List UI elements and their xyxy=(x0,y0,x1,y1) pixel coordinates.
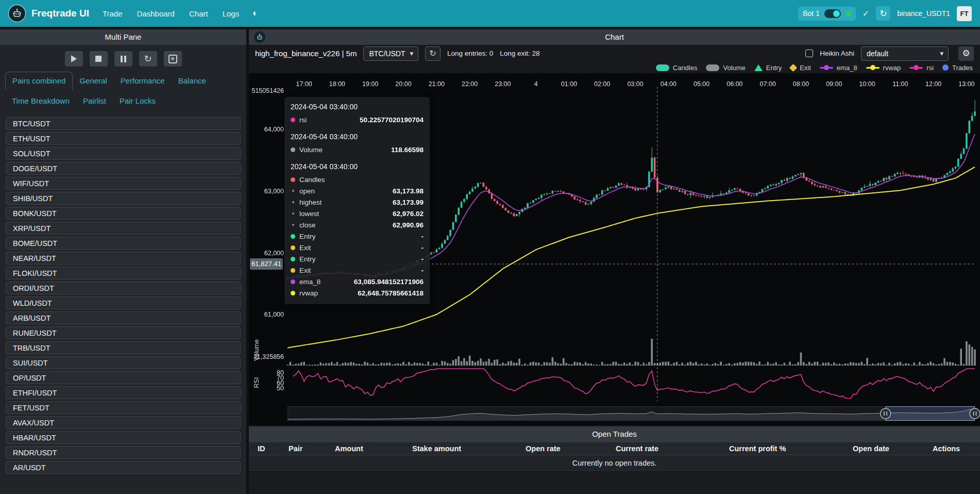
column-header-actions: Actions xyxy=(933,444,980,453)
stop-button[interactable] xyxy=(90,51,108,67)
brand[interactable]: Freqtrade UI xyxy=(8,5,89,22)
nav-link-trade[interactable]: Trade xyxy=(103,9,123,18)
tooltip-value: - xyxy=(421,244,424,252)
legend-label: Candles xyxy=(673,64,698,72)
legend-item-ema_8[interactable]: ema_8 xyxy=(820,64,857,72)
pair-item-ordi-usdt[interactable]: ORDI/USDT xyxy=(6,282,241,294)
pause-button[interactable] xyxy=(114,51,132,67)
tooltip-row-rvwap: rvwap62,648.75785661418 xyxy=(291,287,424,299)
global-refresh-button[interactable]: ↻ xyxy=(876,6,890,21)
pair-item-eth-usdt[interactable]: ETH/USDT xyxy=(6,132,241,145)
tab-balance[interactable]: Balance xyxy=(172,72,213,90)
pair-item-hbar-usdt[interactable]: HBAR/USDT xyxy=(6,431,241,444)
pair-item-sol-usdt[interactable]: SOL/USDT xyxy=(6,147,241,160)
main-area: Chart high_frog_binance_v226 | 5m BTC/US… xyxy=(249,29,980,494)
pair-item-ethfi-usdt[interactable]: ETHFI/USDT xyxy=(6,386,241,399)
tooltip-label: Candles xyxy=(299,176,325,184)
pair-item-bome-usdt[interactable]: BOME/USDT xyxy=(6,237,241,250)
reload-button[interactable]: ↻ xyxy=(139,51,157,67)
bot-toggle[interactable] xyxy=(824,9,841,18)
pair-item-xrp-usdt[interactable]: XRP/USDT xyxy=(6,222,241,235)
pair-item-wif-usdt[interactable]: WIF/USDT xyxy=(6,177,241,190)
pair-item-ar-usdt[interactable]: AR/USDT xyxy=(6,461,241,474)
plot-config-select[interactable]: default ▾ xyxy=(861,46,949,61)
legend-item-exit[interactable]: Exit xyxy=(790,64,811,72)
pair-select[interactable]: BTC/USDT ▾ xyxy=(363,46,418,61)
bot-name: Bot 1 xyxy=(803,9,820,18)
open-trades-filler xyxy=(249,471,980,494)
bot-toggle-knob xyxy=(833,10,840,17)
ema_8-legend-marker-icon xyxy=(820,67,833,69)
tooltip-label: Exit xyxy=(299,267,311,274)
series-dot-icon xyxy=(291,147,295,152)
tooltip-row-rsi: rsi50.22577020190704 xyxy=(291,114,424,125)
legend-item-rsi[interactable]: rsi xyxy=(909,64,934,72)
tooltip-label: lowest xyxy=(299,210,319,218)
play-button[interactable] xyxy=(65,51,83,67)
pair-item-fet-usdt[interactable]: FET/USDT xyxy=(6,401,241,414)
pair-item-wld-usdt[interactable]: WLD/USDT xyxy=(6,297,241,309)
chart-toolbar: high_frog_binance_v226 | 5m BTC/USDT ▾ ↻… xyxy=(249,45,980,62)
bullet-icon xyxy=(292,212,294,215)
column-header-open-rate: Open rate xyxy=(526,444,616,453)
tooltip-value: 50.22577020190704 xyxy=(360,116,424,124)
pair-item-op-usdt[interactable]: OP/USDT xyxy=(6,371,241,384)
bot-selector[interactable]: Bot 1 xyxy=(798,7,856,21)
pair-item-near-usdt[interactable]: NEAR/USDT xyxy=(6,252,241,265)
chart-panel-robot-icon xyxy=(254,31,265,43)
pair-item-rune-usdt[interactable]: RUNE/USDT xyxy=(6,326,241,339)
series-dot-icon xyxy=(291,257,295,261)
tooltip-section: 2024-05-04 03:40:00Volume118.66598 xyxy=(291,133,424,155)
pair-item-btc-usdt[interactable]: BTC/USDT xyxy=(6,117,241,130)
tab-time-breakdown[interactable]: Time Breakdown xyxy=(5,92,76,110)
chart-refresh-button[interactable]: ↻ xyxy=(425,46,441,61)
user-avatar[interactable]: FT xyxy=(957,6,972,21)
bullet-icon xyxy=(292,224,294,226)
tab-pair-locks[interactable]: Pair Locks xyxy=(113,92,162,110)
long-entries-stat: Long entries: 0 xyxy=(447,50,493,57)
pair-item-avax-usdt[interactable]: AVAX/USDT xyxy=(6,416,241,429)
heikin-ashi-checkbox[interactable] xyxy=(805,50,813,57)
tab-pairs-combined[interactable]: Pairs combined xyxy=(5,72,73,90)
tooltip-value: - xyxy=(421,233,424,240)
column-header-id: ID xyxy=(258,444,289,453)
legend-label: Trades xyxy=(952,64,973,72)
tooltip-label: Exit xyxy=(299,244,311,252)
pair-item-bonk-usdt[interactable]: BONK/USDT xyxy=(6,207,241,220)
pair-item-floki-usdt[interactable]: FLOKI/USDT xyxy=(6,267,241,279)
legend-item-candles[interactable]: Candles xyxy=(656,64,698,72)
long-exit-stat: Long exit: 28 xyxy=(500,50,539,57)
theme-toggle-icon[interactable]: ◐ xyxy=(252,8,258,19)
legend-label: Entry xyxy=(766,64,782,72)
tooltip-value: 62,648.75785661418 xyxy=(358,289,424,297)
tab-general[interactable]: General xyxy=(73,72,113,90)
volume-legend-marker-icon xyxy=(706,64,719,71)
rvwap-legend-marker-icon xyxy=(866,67,880,69)
tooltip-label: Volume xyxy=(299,146,323,154)
nav-link-logs[interactable]: Logs xyxy=(223,9,240,18)
rsi-legend-marker-icon xyxy=(909,67,923,69)
clear-chart-button[interactable]: × xyxy=(164,51,182,67)
column-header-current-rate: Current rate xyxy=(616,444,729,453)
sidebar-header: Multi Pane xyxy=(0,29,246,45)
plot-settings-button[interactable]: ⚙ xyxy=(958,46,974,61)
pair-item-trb-usdt[interactable]: TRB/USDT xyxy=(6,341,241,354)
pair-item-shib-usdt[interactable]: SHIB/USDT xyxy=(6,192,241,205)
nav-link-dashboard[interactable]: Dashboard xyxy=(137,9,175,18)
nav-link-chart[interactable]: Chart xyxy=(189,9,208,18)
tab-pairlist[interactable]: Pairlist xyxy=(76,92,113,110)
nav-links: TradeDashboardChartLogs xyxy=(103,9,239,18)
legend-item-rvwap[interactable]: rvwap xyxy=(866,64,901,72)
pair-item-doge-usdt[interactable]: DOGE/USDT xyxy=(6,162,241,175)
series-dot-icon xyxy=(291,245,295,250)
pair-item-arb-usdt[interactable]: ARB/USDT xyxy=(6,311,241,324)
pair-item-rndr-usdt[interactable]: RNDR/USDT xyxy=(6,446,241,459)
exit-legend-marker-icon xyxy=(789,63,798,72)
legend-item-entry[interactable]: Entry xyxy=(754,64,782,72)
legend-item-volume[interactable]: Volume xyxy=(706,64,745,72)
tab-performance[interactable]: Performance xyxy=(114,72,172,90)
tooltip-value: - xyxy=(421,267,424,274)
pair-item-sui-usdt[interactable]: SUI/USDT xyxy=(6,356,241,369)
legend-item-trades[interactable]: Trades xyxy=(942,64,973,72)
legend-label: ema_8 xyxy=(837,64,857,72)
